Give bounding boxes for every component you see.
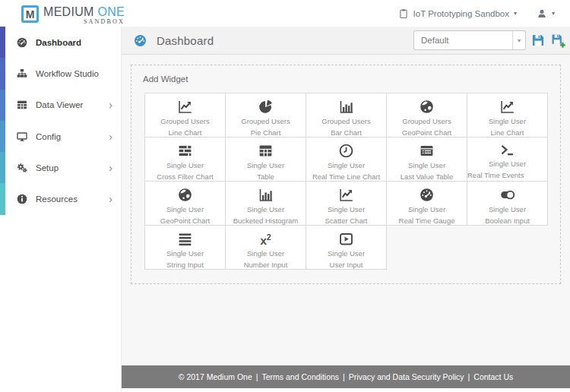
widget-option-single-user-string-input[interactable]: Single UserString Input (145, 226, 226, 270)
sidebar-item-label: Config (36, 132, 61, 141)
app-window: M MEDIUM ONE SANDBOX IoT Prototyping San… (0, 0, 570, 392)
widget-type-label: GeoPoint Chart (160, 217, 210, 225)
widget-option-grouped-users-pie-chart[interactable]: Grouped UsersPie Chart (226, 93, 306, 138)
sidebar-accent-segment (0, 121, 5, 152)
medium-one-logo[interactable]: M MEDIUM ONE SANDBOX (21, 5, 125, 25)
bar-chart-icon (338, 98, 354, 115)
project-selector-label: IoT Prototyping Sandbox (413, 9, 509, 18)
globe-icon (419, 98, 435, 115)
line-chart-icon (499, 98, 515, 115)
sidebar-accent-segment (0, 90, 5, 121)
list-alt-icon (419, 142, 435, 160)
sidebar-item-dashboard[interactable]: Dashboard (0, 27, 121, 58)
widget-group-label: Single User (408, 161, 445, 169)
widget-option-grouped-users-bar-chart[interactable]: Grouped UsersBar Chart (306, 93, 387, 138)
widget-type-label: Number Input (244, 261, 288, 269)
widget-type-label: Cross Filter Chart (157, 172, 213, 181)
user-menu[interactable]: ▾ (537, 8, 555, 19)
sidebar-item-resources[interactable]: Resources› (0, 183, 121, 214)
sidebar-item-setup[interactable]: Setup› (0, 152, 121, 183)
widget-group-label: Single User (408, 205, 445, 213)
widget-option-single-user-real-time-events-stream[interactable]: Single UserReal Time Events Stream (467, 138, 548, 182)
sidebar-item-label: Workflow Studio (36, 69, 99, 78)
save-as-new-dashboard-button[interactable] (550, 33, 565, 48)
widget-option-single-user-scatter-chart[interactable]: Single UserScatter Chart (306, 182, 387, 226)
add-widget-title: Add Widget (143, 74, 560, 84)
widget-type-label: String Input (166, 261, 204, 269)
footer-link-contact-us[interactable]: Contact Us (473, 372, 513, 381)
widget-group-label: Single User (489, 117, 526, 125)
main-content: Dashboard Default ▾ Add Widget Grouped U… (122, 27, 570, 392)
widget-grid: Grouped UsersLine ChartGrouped UsersPie … (144, 93, 548, 270)
cogs-icon (16, 162, 29, 174)
table-icon (16, 99, 29, 111)
sidebar-accent-segment (0, 58, 5, 89)
widget-group-label: Single User (247, 205, 284, 213)
widget-option-single-user-real-time-line-chart[interactable]: Single UserReal Time Line Chart (306, 138, 387, 182)
widget-option-single-user-last-value-table[interactable]: Single UserLast Value Table (387, 138, 467, 182)
project-selector[interactable]: IoT Prototyping Sandbox ▾ (398, 8, 517, 19)
widget-option-grouped-users-geopoint-chart[interactable]: Grouped UsersGeoPoint Chart (387, 93, 467, 138)
sidebar-item-label: Setup (36, 163, 59, 172)
sidebar-item-data-viewer[interactable]: Data Viewer› (0, 90, 121, 121)
widget-type-label: Scatter Chart (325, 217, 368, 225)
footer-link-privacy-and-data-security-policy[interactable]: Privacy and Data Security Policy (349, 372, 464, 381)
widget-group-label: Single User (328, 205, 365, 213)
footer: © 2017 Medium One|Terms and Conditions|P… (122, 365, 570, 388)
add-widget-panel: Add Widget Grouped UsersLine ChartGroupe… (131, 65, 561, 284)
clock-icon (338, 142, 354, 160)
line-chart-icon (338, 186, 354, 204)
logo-text: MEDIUM ONE SANDBOX (43, 5, 125, 25)
body-row: DashboardWorkflow StudioData Viewer›Conf… (0, 27, 570, 392)
widget-type-label: User Input (330, 261, 363, 269)
widget-option-single-user-number-input[interactable]: x2Single UserNumber Input (226, 226, 306, 270)
sidebar-accent-segment (0, 27, 5, 58)
widget-group-label: Single User (166, 161, 204, 169)
info-icon (16, 193, 29, 205)
save-dashboard-button[interactable] (530, 33, 546, 48)
dashboard-select-value: Default (414, 36, 512, 45)
footer-separator: | (256, 372, 258, 381)
widget-option-single-user-bucketed-histogram[interactable]: Single UserBucketed Histogram (226, 182, 306, 226)
widget-option-single-user-user-input[interactable]: Single UserUser Input (306, 226, 387, 270)
brand-name: MEDIUM ONE (43, 5, 125, 18)
toolbar-actions: Default ▾ (413, 30, 565, 50)
brand-one: ONE (97, 5, 125, 18)
widget-option-single-user-table[interactable]: Single UserTable (226, 138, 306, 182)
widget-option-single-user-line-chart[interactable]: Single UserLine Chart (467, 93, 548, 138)
widget-group-label: Grouped Users (402, 117, 451, 125)
widget-group-label: Single User (166, 205, 204, 213)
play-square-icon (338, 230, 354, 248)
gauge-icon (16, 36, 29, 49)
widget-type-label: Real Time Gauge (399, 217, 455, 225)
sidebar-accent-segment (0, 183, 5, 214)
dashboard-select[interactable]: Default ▾ (413, 30, 526, 50)
widget-option-single-user-geopoint-chart[interactable]: Single UserGeoPoint Chart (145, 182, 226, 226)
clipboard-icon (398, 8, 409, 19)
globe-icon (177, 186, 193, 204)
widget-option-single-user-cross-filter-chart[interactable]: Single UserCross Filter Chart (145, 138, 226, 182)
align-justify-icon (177, 230, 193, 248)
sidebar-accent-segment (0, 152, 5, 183)
widget-type-label: Real Time Line Chart (312, 172, 380, 181)
sidebar-item-label: Data Viewer (36, 100, 83, 109)
sidebar-item-config[interactable]: Config› (0, 121, 121, 152)
widget-group-label: Single User (328, 249, 365, 258)
widget-option-grouped-users-line-chart[interactable]: Grouped UsersLine Chart (145, 93, 226, 138)
footer-copyright: © 2017 Medium One (179, 372, 252, 381)
widget-option-single-user-real-time-gauge[interactable]: Single UserReal Time Gauge (387, 182, 467, 226)
caret-down-icon: ▾ (514, 10, 517, 17)
line-chart-icon (177, 98, 193, 115)
widget-option-single-user-boolean-input[interactable]: Single UserBoolean Input (467, 182, 548, 226)
footer-link-terms-and-conditions[interactable]: Terms and Conditions (262, 372, 340, 381)
sidebar-item-workflow-studio[interactable]: Workflow Studio (0, 58, 121, 89)
page-body: Add Widget Grouped UsersLine ChartGroupe… (122, 55, 570, 365)
widget-type-label: Line Chart (491, 128, 524, 137)
terminal-icon (499, 142, 515, 158)
brand-sandbox: SANDBOX (84, 18, 125, 25)
sitemap-icon (16, 68, 29, 80)
toggle-icon (499, 186, 515, 204)
content-toolbar: Dashboard Default ▾ (122, 27, 570, 55)
widget-group-label: Single User (247, 161, 284, 169)
widget-group-label: Grouped Users (321, 117, 370, 125)
